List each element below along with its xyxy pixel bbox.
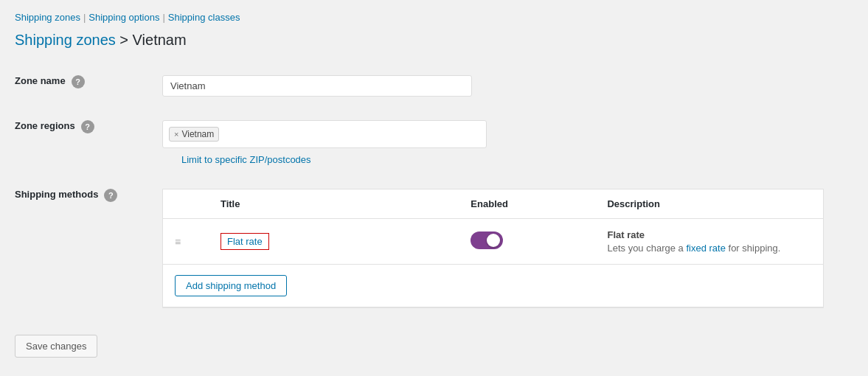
table-row: ≡ Flat rate xyxy=(163,219,823,265)
col-desc-header: Description xyxy=(595,189,823,219)
page-wrapper: Shipping zones | Shipping options | Ship… xyxy=(0,0,868,376)
region-tag-remove[interactable]: × xyxy=(174,130,178,139)
zone-name-help-icon[interactable]: ? xyxy=(72,75,85,88)
shipping-methods-row: Shipping methods ? Title Enabled xyxy=(15,177,853,320)
methods-header-row: Title Enabled Description xyxy=(163,189,823,219)
drag-handle-icon[interactable]: ≡ xyxy=(175,236,181,248)
zone-regions-row: Zone regions ? × Vietnam Limit to specif… xyxy=(15,108,853,177)
description-cell: Flat rate Lets you charge a fixed rate f… xyxy=(595,219,823,265)
enabled-cell xyxy=(459,219,595,265)
toggle-slider xyxy=(471,231,503,249)
shipping-methods-help-icon[interactable]: ? xyxy=(104,189,117,202)
desc-text: Lets you charge a fixed rate for shippin… xyxy=(607,243,811,254)
form-table: Zone name ? Zone regions ? xyxy=(15,63,853,320)
method-title-link[interactable]: Flat rate xyxy=(221,233,269,250)
desc-title: Flat rate xyxy=(607,229,811,240)
breadcrumb-parent[interactable]: Shipping zones xyxy=(15,32,116,48)
save-changes-button[interactable]: Save changes xyxy=(15,335,97,358)
col-enabled-header: Enabled xyxy=(459,189,595,219)
breadcrumb-separator: > xyxy=(119,32,132,48)
zone-name-row: Zone name ? xyxy=(15,63,853,108)
nav-shipping-options[interactable]: Shipping options xyxy=(88,12,159,23)
shipping-methods-label: Shipping methods xyxy=(15,189,98,200)
shipping-methods-wrap: Title Enabled Description ≡ xyxy=(162,189,824,308)
zip-postcodes-link[interactable]: Limit to specific ZIP/postcodes xyxy=(181,154,853,165)
page-title: Shipping zones > Vietnam xyxy=(15,32,853,49)
nav-sep-2: | xyxy=(162,12,164,23)
enabled-toggle[interactable] xyxy=(471,231,503,249)
title-cell: Flat rate xyxy=(209,219,459,265)
add-method-cell: Add shipping method xyxy=(163,265,823,307)
desc-text-after: for shipping. xyxy=(726,243,780,254)
add-shipping-method-button[interactable]: Add shipping method xyxy=(175,275,287,296)
add-method-row: Add shipping method xyxy=(163,265,823,307)
desc-text-before: Lets you charge a xyxy=(607,243,686,254)
col-drag-header xyxy=(163,189,209,219)
desc-link[interactable]: fixed rate xyxy=(686,243,725,254)
zone-regions-label: Zone regions xyxy=(15,120,75,131)
region-tag-vietnam: × Vietnam xyxy=(169,127,219,142)
nav-shipping-zones[interactable]: Shipping zones xyxy=(15,12,80,23)
nav-sep-1: | xyxy=(83,12,86,23)
drag-cell: ≡ xyxy=(163,219,209,265)
methods-table: Title Enabled Description ≡ xyxy=(163,189,823,307)
zone-regions-input-wrap[interactable]: × Vietnam xyxy=(162,120,487,148)
zone-name-label: Zone name xyxy=(15,75,66,86)
nav-links: Shipping zones | Shipping options | Ship… xyxy=(15,12,853,23)
region-tag-label: Vietnam xyxy=(181,129,214,139)
breadcrumb-current: Vietnam xyxy=(133,32,187,48)
zone-regions-help-icon[interactable]: ? xyxy=(81,120,94,133)
zone-name-input[interactable] xyxy=(162,75,472,97)
nav-shipping-classes[interactable]: Shipping classes xyxy=(168,12,240,23)
col-title-header: Title xyxy=(209,189,459,219)
